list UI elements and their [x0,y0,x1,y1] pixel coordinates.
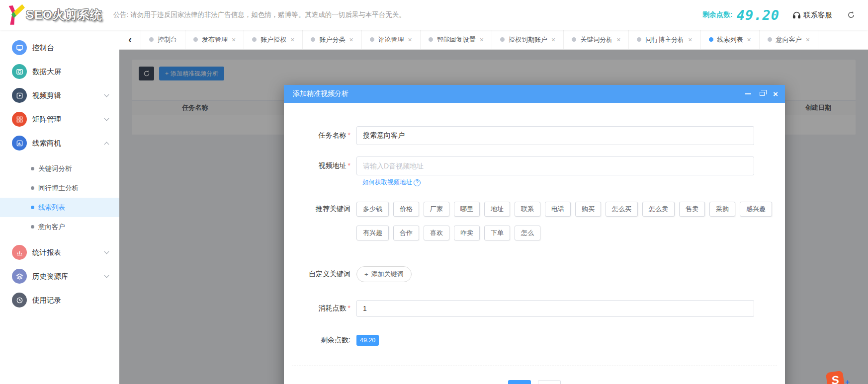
floating-widget[interactable]: S + [827,372,850,384]
keyword-chip[interactable]: 电话 [545,202,571,217]
tab-close-icon[interactable]: × [806,36,810,43]
tab-close-icon[interactable]: × [747,36,751,43]
keyword-chip[interactable]: 厂家 [424,202,449,217]
how-to-get-video-url-link[interactable]: 如何获取视频地址 ? [362,178,785,187]
sidebar-item-history-resource-library[interactable]: 历史资源库 [0,264,119,288]
tab-clue-list[interactable]: 线索列表 × [701,30,760,49]
tab-comment-management[interactable]: 评论管理 × [362,30,421,49]
bullet-icon [31,225,34,229]
chevron-up-icon [104,142,109,147]
screenshot-tool-icon[interactable]: S [826,371,845,384]
keyword-chip[interactable]: 购买 [575,202,601,217]
tab-dot-icon [500,37,505,42]
sidebar-subitem-label: 意向客户 [38,223,65,231]
tab-intent-customers[interactable]: 意向客户 × [760,30,818,49]
keyword-chip[interactable]: 咋卖 [454,226,480,240]
add-precise-video-analysis-dialog: 添加精准视频分析 × 任务名称* 视频地址* 如何获取视频地址 ? [284,85,785,384]
chevron-down-icon [104,249,109,254]
keyword-chip[interactable]: 哪里 [454,202,480,217]
keyword-chip[interactable]: 多少钱 [356,202,389,217]
tab-authorization-expired-accounts[interactable]: 授权到期账户 × [492,30,564,49]
refresh-icon [847,11,855,19]
keyword-chip[interactable]: 售卖 [679,202,705,217]
header-right: 剩余点数: 49.20 联系客服 [702,8,855,22]
sidebar-subitem-intent-customers[interactable]: 意向客户 [0,217,119,236]
sidebar-item-label: 历史资源库 [32,272,105,281]
task-name-row: 任务名称* [284,126,785,145]
tab-account-category[interactable]: 账户分类 × [303,30,361,49]
keyword-chips-row-1: 多少钱 价格 厂家 哪里 地址 联系 电话 购买 怎么买 怎么卖 售卖 采购 感… [356,202,772,217]
sidebar-item-label: 数据大屏 [32,67,108,77]
keyword-chip[interactable]: 怎么 [515,226,540,240]
tab-close-icon[interactable]: × [232,36,236,43]
question-mark-icon: ? [414,179,421,186]
video-url-row: 视频地址* [284,156,785,175]
video-url-input[interactable] [356,156,754,175]
page-refresh-button[interactable] [847,11,855,19]
bullet-icon [31,186,34,190]
keyword-chip[interactable]: 怎么卖 [642,202,675,217]
cancel-button[interactable] [538,380,561,384]
tabs-scroll-left-button[interactable]: ‹ [119,30,141,49]
dialog-header[interactable]: 添加精准视频分析 × [284,85,785,103]
keyword-chip[interactable]: 地址 [484,202,510,217]
tab-close-icon[interactable]: × [616,36,620,43]
sidebar-item-video-editing[interactable]: 视频剪辑 [0,83,119,107]
sidebar-subitem-clue-list[interactable]: 线索列表 [0,198,119,217]
sidebar-item-matrix-management[interactable]: 矩阵管理 [0,107,119,131]
keyword-chip[interactable]: 感兴趣 [740,202,772,217]
tab-close-icon[interactable]: × [290,36,294,43]
remaining-points-badge: 49.20 [356,335,379,346]
tab-label: 发布管理 [202,35,228,44]
tab-close-icon[interactable]: × [408,36,412,43]
tab-label: 智能回复设置 [437,35,476,44]
sidebar-item-data-screen[interactable]: 数据大屏 [0,60,119,83]
maximize-icon[interactable] [760,92,765,96]
tab-label: 意向客户 [776,35,802,44]
tab-keyword-analysis[interactable]: 关键词分析 × [564,30,629,49]
dialog-window-controls: × [745,90,778,98]
sidebar-item-usage-records[interactable]: 使用记录 [0,288,119,312]
sidebar-subitem-label: 线索列表 [38,203,65,212]
keyword-chip[interactable]: 喜欢 [424,226,449,240]
task-name-input[interactable] [356,126,754,145]
tab-smart-reply-settings[interactable]: 智能回复设置 × [421,30,492,49]
report-icon [12,245,27,260]
tab-dot-icon [429,37,433,42]
tab-account-authorization[interactable]: 账户授权 × [244,30,303,49]
keyword-chip[interactable]: 联系 [515,202,540,217]
tab-close-icon[interactable]: × [551,36,555,43]
sidebar-item-clue-business[interactable]: 线索商机 [0,131,119,155]
close-icon[interactable]: × [773,90,778,98]
contact-support-button[interactable]: 联系客服 [792,10,832,20]
plus-icon: + [845,378,850,384]
sidebar-subitem-peer-blogger-analysis[interactable]: 同行博主分析 [0,178,119,198]
tab-peer-blogger-analysis[interactable]: 同行博主分析 × [629,30,700,49]
tab-close-icon[interactable]: × [688,36,692,43]
minimize-icon[interactable] [745,93,751,94]
remaining-points-label: 剩余点数: [702,10,733,19]
chevron-down-icon [104,116,109,121]
tab-publish-management[interactable]: 发布管理 × [185,30,244,49]
consume-points-row: 消耗点数* [284,300,785,317]
bullet-icon [31,206,34,209]
keyword-chip[interactable]: 怎么买 [606,202,638,217]
confirm-button[interactable] [508,380,531,384]
keyword-chip[interactable]: 有兴趣 [356,226,389,240]
keyword-chip[interactable]: 采购 [709,202,735,217]
sidebar-submenu: 关键词分析 同行博主分析 线索列表 意向客户 [0,159,119,236]
tab-close-icon[interactable]: × [349,36,353,43]
add-keyword-button[interactable]: + 添加关键词 [356,266,412,282]
custom-keywords-label: 自定义关键词 [284,270,356,279]
dialog-title: 添加精准视频分析 [293,89,745,98]
tab-console[interactable]: 控制台 [141,30,185,49]
keyword-chip[interactable]: 合作 [393,226,419,240]
sidebar-item-console[interactable]: 控制台 [0,36,119,60]
tab-label: 评论管理 [378,35,404,44]
sidebar-subitem-keyword-analysis[interactable]: 关键词分析 [0,159,119,178]
tab-close-icon[interactable]: × [480,36,484,43]
consume-points-input[interactable] [356,300,754,317]
keyword-chip[interactable]: 价格 [393,202,419,217]
sidebar-item-statistics-report[interactable]: 统计报表 [0,240,119,264]
keyword-chip[interactable]: 下单 [484,226,510,240]
